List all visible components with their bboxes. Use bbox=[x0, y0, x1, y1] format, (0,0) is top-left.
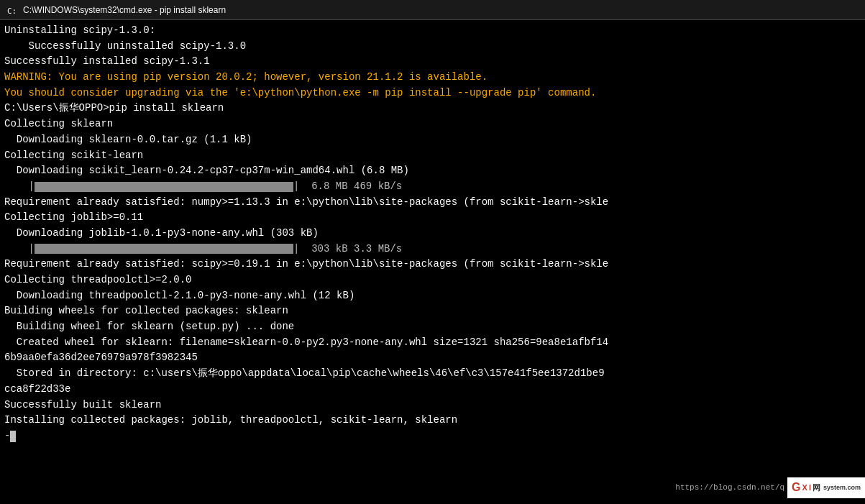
terminal-line: Successfully uninstalled scipy-1.3.0 bbox=[4, 39, 861, 55]
terminal-line: WARNING: You are using pip version 20.0.… bbox=[4, 70, 861, 86]
terminal-content: Uninstalling scipy-1.3.0: Successfully u… bbox=[4, 23, 861, 429]
watermark-url: https://blog.csdn.net/q bbox=[672, 480, 787, 495]
terminal-line: Downloading sklearn-0.0.tar.gz (1.1 kB) bbox=[4, 132, 861, 148]
terminal-line: Uninstalling scipy-1.3.0: bbox=[4, 23, 861, 39]
terminal-line: Building wheels for collected packages: … bbox=[4, 303, 861, 319]
terminal-line: || 6.8 MB 469 kB/s bbox=[4, 179, 861, 195]
terminal-line: Requirement already satisfied: numpy>=1.… bbox=[4, 195, 861, 211]
terminal-line: Collecting joblib>=0.11 bbox=[4, 210, 861, 226]
terminal-line: Created wheel for sklearn: filename=skle… bbox=[4, 335, 861, 351]
terminal-line: Installing collected packages: joblib, t… bbox=[4, 413, 861, 429]
progress-bar bbox=[35, 182, 293, 192]
cursor-dash: - bbox=[4, 429, 10, 444]
titlebar: C:\ C:\WINDOWS\system32\cmd.exe - pip in… bbox=[0, 0, 865, 20]
terminal-line: Downloading scikit_learn-0.24.2-cp37-cp3… bbox=[4, 163, 861, 179]
watermark-logo: G X I 网 system.com bbox=[787, 477, 865, 498]
terminal-line: cca8f22d33e bbox=[4, 382, 861, 398]
terminal-line: Collecting scikit-learn bbox=[4, 148, 861, 164]
terminal-line: Downloading threadpoolctl-2.1.0-py3-none… bbox=[4, 288, 861, 304]
terminal-line: Successfully installed scipy-1.3.1 bbox=[4, 54, 861, 70]
cursor-line: - bbox=[4, 429, 861, 444]
cmd-icon: C:\ bbox=[6, 4, 17, 16]
terminal-line: You should consider upgrading via the 'e… bbox=[4, 86, 861, 101]
window: C:\ C:\WINDOWS\system32\cmd.exe - pip in… bbox=[0, 0, 865, 504]
titlebar-title: C:\WINDOWS\system32\cmd.exe - pip instal… bbox=[23, 5, 226, 15]
progress-bar bbox=[35, 244, 293, 254]
terminal-line: || 303 kB 3.3 MB/s bbox=[4, 242, 861, 257]
watermark-area: https://blog.csdn.net/q G X I 网 system.c… bbox=[672, 477, 865, 498]
terminal-line: Stored in directory: c:\users\振华oppo\app… bbox=[4, 366, 861, 382]
terminal-line: C:\Users\振华OPPO>pip install sklearn bbox=[4, 101, 861, 116]
terminal-line: Building wheel for sklearn (setup.py) ..… bbox=[4, 319, 861, 335]
terminal-line: Downloading joblib-1.0.1-py3-none-any.wh… bbox=[4, 226, 861, 242]
terminal-line: Collecting sklearn bbox=[4, 116, 861, 132]
terminal-line: Collecting threadpoolctl>=2.0.0 bbox=[4, 272, 861, 288]
terminal-line: Requirement already satisfied: scipy>=0.… bbox=[4, 257, 861, 272]
terminal-line: Successfully built sklearn bbox=[4, 398, 861, 413]
svg-text:C:\: C:\ bbox=[7, 6, 17, 16]
terminal-line: 6b9aa0efa36d2ee76979a978f3982345 bbox=[4, 350, 861, 366]
terminal[interactable]: Uninstalling scipy-1.3.0: Successfully u… bbox=[0, 20, 865, 504]
cursor bbox=[10, 431, 16, 442]
